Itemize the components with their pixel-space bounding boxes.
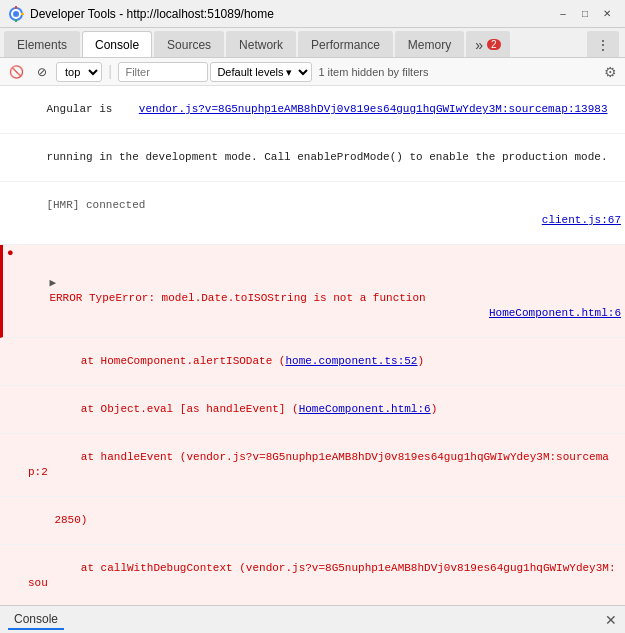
divider: | bbox=[106, 64, 114, 80]
titlebar: Developer Tools - http://localhost:51089… bbox=[0, 0, 625, 28]
toggle-filter-button[interactable]: ⊘ bbox=[30, 61, 54, 83]
tab-elements[interactable]: Elements bbox=[4, 31, 80, 57]
error-detail-line: at handleEvent (vendor.js?v=8G5nuphp1eAM… bbox=[0, 434, 625, 497]
svg-rect-4 bbox=[15, 19, 17, 22]
log-line: [HMR] connected client.js:67 bbox=[0, 182, 625, 245]
maximize-button[interactable]: □ bbox=[575, 5, 595, 23]
source-link[interactable]: HomeComponent.html:6 bbox=[489, 306, 621, 321]
tab-more[interactable]: » 2 bbox=[466, 31, 509, 57]
console-settings-button[interactable]: ⚙ bbox=[599, 61, 621, 83]
error-detail-line: at Object.eval [as handleEvent] (HomeCom… bbox=[0, 386, 625, 434]
source-link[interactable]: home.component.ts:52 bbox=[285, 355, 417, 367]
error-icon: ● bbox=[7, 246, 14, 261]
svg-rect-5 bbox=[21, 13, 24, 15]
log-line: running in the development mode. Call en… bbox=[0, 134, 625, 182]
bottombar: Console ✕ bbox=[0, 605, 625, 633]
log-line: Angular is vendor.js?v=8G5nuphp1eAMB8hDV… bbox=[0, 86, 625, 134]
source-link[interactable]: HomeComponent.html:6 bbox=[299, 403, 431, 415]
window-controls: – □ ✕ bbox=[553, 5, 617, 23]
bottombar-close-button[interactable]: ✕ bbox=[605, 612, 617, 628]
context-selector[interactable]: top bbox=[56, 62, 102, 82]
window-title: Developer Tools - http://localhost:51089… bbox=[30, 7, 547, 21]
log-level-selector[interactable]: Default levels ▾ bbox=[210, 62, 312, 82]
tab-network[interactable]: Network bbox=[226, 31, 296, 57]
tab-console[interactable]: Console bbox=[82, 31, 152, 57]
error-detail-line: 2850) bbox=[0, 497, 625, 545]
tab-performance[interactable]: Performance bbox=[298, 31, 393, 57]
tab-memory[interactable]: Memory bbox=[395, 31, 464, 57]
svg-point-2 bbox=[13, 11, 19, 17]
devtools-tabbar: Elements Console Sources Network Perform… bbox=[0, 28, 625, 58]
error-detail-line: at callWithDebugContext (vendor.js?v=8G5… bbox=[0, 545, 625, 605]
expand-arrow[interactable]: ▶ bbox=[49, 277, 56, 289]
console-toolbar: 🚫 ⊘ top | Default levels ▾ 1 item hidden… bbox=[0, 58, 625, 86]
minimize-button[interactable]: – bbox=[553, 5, 573, 23]
filter-info-text: 1 item hidden by filters bbox=[318, 66, 597, 78]
clear-console-button[interactable]: 🚫 bbox=[4, 61, 28, 83]
console-output[interactable]: Angular is vendor.js?v=8G5nuphp1eAMB8hDV… bbox=[0, 86, 625, 605]
devtools-settings-button[interactable]: ⋮ bbox=[587, 31, 619, 57]
close-button[interactable]: ✕ bbox=[597, 5, 617, 23]
error-log-line: ● ▶ ERROR TypeError: model.Date.toISOStr… bbox=[0, 245, 625, 338]
tab-sources[interactable]: Sources bbox=[154, 31, 224, 57]
filter-input[interactable] bbox=[118, 62, 208, 82]
devtools-icon bbox=[8, 6, 24, 22]
svg-rect-3 bbox=[15, 6, 17, 9]
error-detail-line: at HomeComponent.alertISODate (home.comp… bbox=[0, 338, 625, 386]
bottombar-console-tab[interactable]: Console bbox=[8, 610, 64, 630]
source-link[interactable]: client.js:67 bbox=[542, 213, 621, 228]
source-link[interactable]: vendor.js?v=8G5nuphp1eAMB8hDVj0v819es64g… bbox=[139, 103, 608, 115]
error-badge: 2 bbox=[487, 39, 501, 50]
